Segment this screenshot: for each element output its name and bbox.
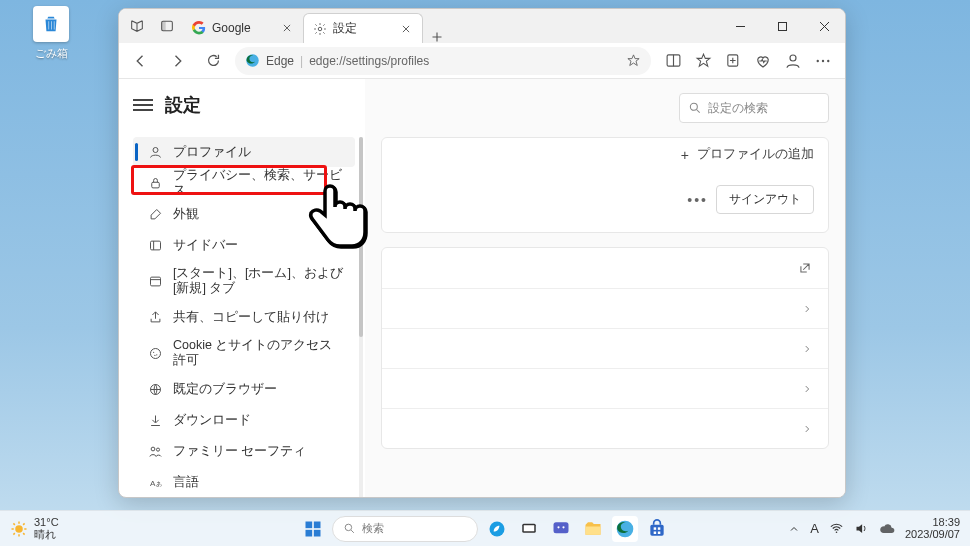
- tab-actions-icon[interactable]: [157, 16, 177, 36]
- edge-taskbar-icon[interactable]: [612, 516, 638, 542]
- svg-rect-47: [658, 531, 661, 534]
- svg-rect-33: [314, 529, 321, 536]
- profile-settings-list: [381, 247, 829, 449]
- sidebar-item-family[interactable]: ファミリー セーフティ: [133, 436, 355, 466]
- reload-button[interactable]: [199, 47, 227, 75]
- store-icon[interactable]: [644, 516, 670, 542]
- split-screen-icon[interactable]: [659, 47, 687, 75]
- sidebar-item-label: 言語: [173, 475, 345, 490]
- taskbar-clock[interactable]: 18:39 2023/09/07: [905, 517, 960, 540]
- ime-indicator[interactable]: A: [810, 521, 819, 536]
- svg-rect-14: [150, 277, 160, 286]
- signout-button[interactable]: サインアウト: [716, 185, 814, 214]
- download-icon: [147, 412, 163, 428]
- wellness-icon[interactable]: [749, 47, 777, 75]
- sidebar-item-start[interactable]: [スタート]、[ホーム]、および [新規] タブ: [133, 261, 355, 301]
- list-item[interactable]: [382, 408, 828, 448]
- maximize-button[interactable]: [761, 9, 803, 43]
- edge-logo-icon: [245, 53, 260, 68]
- close-tab-icon[interactable]: [279, 20, 295, 36]
- profile-icon[interactable]: [779, 47, 807, 75]
- address-brand: Edge: [266, 54, 294, 68]
- sidebar-item-label: ダウンロード: [173, 413, 345, 428]
- tray-chevron-icon[interactable]: [788, 523, 800, 535]
- sidebar-item-languages[interactable]: Aあ 言語: [133, 467, 355, 497]
- svg-point-8: [817, 59, 819, 61]
- recycle-bin-icon: [33, 6, 69, 42]
- search-icon: [343, 522, 356, 535]
- svg-point-48: [836, 531, 838, 533]
- list-item[interactable]: [382, 328, 828, 368]
- list-item[interactable]: [382, 248, 828, 288]
- list-item[interactable]: [382, 368, 828, 408]
- copilot-icon[interactable]: [484, 516, 510, 542]
- collections-icon[interactable]: [719, 47, 747, 75]
- close-tab-icon[interactable]: [398, 21, 414, 37]
- forward-button[interactable]: [163, 47, 191, 75]
- chevron-right-icon: [802, 384, 812, 394]
- svg-rect-32: [306, 529, 313, 536]
- file-explorer-icon[interactable]: [580, 516, 606, 542]
- sidebar-item-default-browser[interactable]: 既定のブラウザー: [133, 374, 355, 404]
- sidebar-item-sidebar[interactable]: サイドバー: [133, 230, 355, 260]
- sidebar-item-downloads[interactable]: ダウンロード: [133, 405, 355, 435]
- sun-icon: [10, 520, 28, 538]
- address-bar[interactable]: Edge | edge://settings/profiles: [235, 47, 651, 75]
- tab-settings[interactable]: 設定: [303, 13, 423, 43]
- sidebar-item-cookies[interactable]: Cookie とサイトのアクセス許可: [133, 333, 355, 373]
- task-view-icon[interactable]: [516, 516, 542, 542]
- chat-icon[interactable]: [548, 516, 574, 542]
- svg-point-2: [318, 27, 322, 31]
- sidebar-item-privacy[interactable]: プライバシー、検索、サービス: [133, 168, 355, 198]
- profile-card: + プロファイルの追加 ••• サインアウト: [381, 137, 829, 233]
- svg-point-34: [345, 524, 352, 531]
- sidebar-item-label: 既定のブラウザー: [173, 382, 345, 397]
- svg-rect-44: [654, 527, 657, 530]
- chevron-right-icon: [802, 344, 812, 354]
- tab-google[interactable]: Google: [183, 13, 303, 43]
- svg-rect-1: [162, 21, 166, 30]
- menu-icon[interactable]: [133, 95, 153, 115]
- favorite-star-icon[interactable]: [626, 53, 641, 68]
- new-tab-button[interactable]: [423, 31, 451, 43]
- family-icon: [147, 443, 163, 459]
- svg-point-9: [822, 59, 824, 61]
- svg-point-29: [15, 525, 23, 533]
- cloud-icon[interactable]: [879, 521, 895, 537]
- svg-point-16: [153, 351, 154, 352]
- svg-point-21: [156, 448, 159, 451]
- sidebar-item-share[interactable]: 共有、コピーして貼り付け: [133, 302, 355, 332]
- back-button[interactable]: [127, 47, 155, 75]
- more-menu-icon[interactable]: [809, 47, 837, 75]
- weather-temp: 31°C: [34, 517, 59, 529]
- taskbar-weather[interactable]: 31°C 晴れ: [10, 517, 59, 540]
- sidebar-scrollbar-thumb[interactable]: [359, 137, 363, 337]
- favorites-icon[interactable]: [689, 47, 717, 75]
- add-profile-button[interactable]: プロファイルの追加: [697, 146, 814, 163]
- settings-search-input[interactable]: 設定の検索: [679, 93, 829, 123]
- minimize-button[interactable]: [719, 9, 761, 43]
- workspaces-icon[interactable]: [127, 16, 147, 36]
- tab-label: 設定: [333, 20, 392, 37]
- close-window-button[interactable]: [803, 9, 845, 43]
- taskbar-search-input[interactable]: 検索: [332, 516, 478, 542]
- start-button[interactable]: [300, 516, 326, 542]
- gear-icon: [312, 21, 327, 36]
- weather-condition: 晴れ: [34, 529, 59, 541]
- svg-point-28: [690, 103, 697, 110]
- window-icon: [147, 273, 163, 289]
- volume-icon[interactable]: [854, 521, 869, 536]
- sidebar-item-label: プロファイル: [173, 145, 345, 160]
- svg-point-11: [153, 147, 158, 152]
- more-options-icon[interactable]: •••: [687, 192, 708, 208]
- sidebar-item-label: Cookie とサイトのアクセス許可: [173, 338, 345, 368]
- sidebar-item-appearance[interactable]: 外観: [133, 199, 355, 229]
- svg-rect-31: [314, 521, 321, 528]
- recycle-bin[interactable]: ごみ箱: [24, 6, 78, 61]
- svg-rect-3: [778, 22, 786, 30]
- sidebar-item-label: ファミリー セーフティ: [173, 444, 345, 459]
- network-icon[interactable]: [829, 521, 844, 536]
- sidebar-item-profiles[interactable]: プロファイル: [133, 137, 355, 167]
- cookie-icon: [147, 345, 163, 361]
- list-item[interactable]: [382, 288, 828, 328]
